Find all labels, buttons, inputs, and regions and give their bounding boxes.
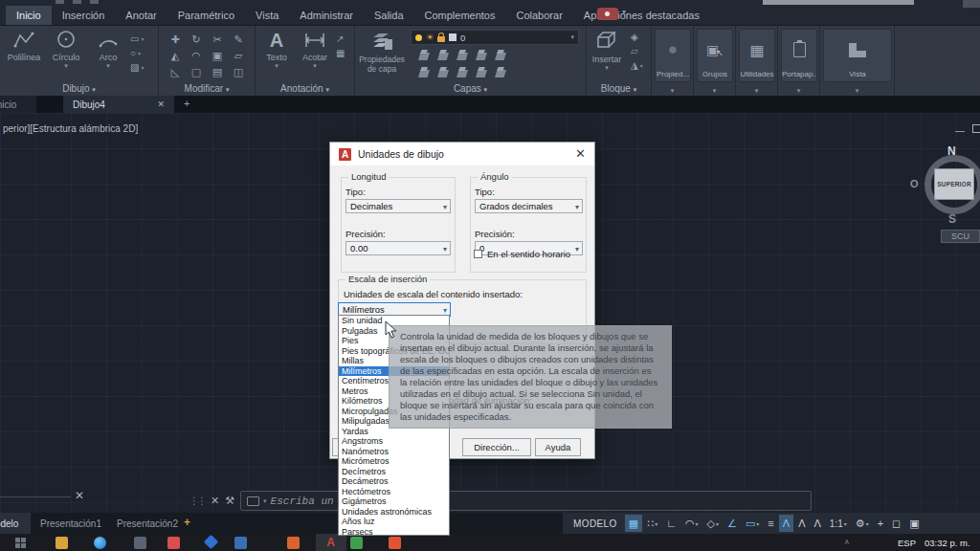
erase-icon[interactable]: ✎ [234,33,242,46]
dialog-titlebar[interactable]: A Unidades de dibujo ✕ [330,143,594,165]
tab-anotar[interactable]: Anotar [115,6,167,25]
layer-prev-icon[interactable] [495,70,506,77]
polar-tracking-button[interactable]: ◠▾ [681,515,702,532]
folder-icon[interactable] [56,537,68,549]
layer-unisolate-icon[interactable] [437,70,449,77]
panel-propiedades[interactable]: ● Propied... ▾ [652,26,694,96]
viewcube-north[interactable]: N [947,144,956,158]
language-indicator[interactable]: ESP [898,538,916,548]
new-layout-icon[interactable]: + [184,516,190,529]
layer-state-icon[interactable] [418,53,430,60]
panel-label-dibujo[interactable]: Dibujo ▾ [0,83,158,94]
list-item[interactable]: Hectómetros [339,487,449,497]
list-item[interactable]: Parsecs [339,527,449,538]
drawing-tab-dibujo4[interactable]: Dibujo4 ✕ [63,96,174,113]
layer-thaw-all-icon[interactable] [457,70,468,77]
list-item[interactable]: Gigámetros [339,496,449,507]
close-command-icon[interactable]: ✕ [211,495,219,507]
tab-administrar[interactable]: Administrar [289,6,364,25]
array-icon[interactable]: ▤ [212,66,222,78]
panel-label-modificar[interactable]: Modificar ▾ [159,83,255,94]
utilidades-tile[interactable]: ▦ Utilidades [739,29,775,82]
grupos-tile[interactable]: ▣↖ Grupos [697,29,733,82]
viewcube-top-face[interactable]: SUPERIOR [934,168,974,200]
clean-screen-button[interactable]: ▣ [905,515,923,532]
chevron-down-icon[interactable]: ▾ [778,87,819,95]
layer-off-icon[interactable] [418,70,430,77]
autoscale-button[interactable]: Λ [794,515,809,532]
chevron-down-icon[interactable]: ▾ [570,33,574,41]
chevron-down-icon[interactable]: ▾ [622,8,626,16]
snap-toggle-button[interactable]: ∷▾ [643,515,661,532]
tab-complementos[interactable]: Complementos [414,6,506,25]
panel-grupos[interactable]: ▣↖ Grupos ▾ [694,26,736,96]
start-icon[interactable] [15,538,26,548]
explode-icon[interactable]: ▢ [191,66,201,78]
chevron-down-icon[interactable]: ▾ [106,62,110,70]
angle-type-select[interactable]: Grados decimales▾ [475,199,583,213]
layer-match-icon[interactable] [495,53,506,60]
lineweight-button[interactable]: ≡ [764,515,777,532]
viewcube-west[interactable]: O [910,178,919,189]
fillet-icon[interactable]: ◠ [191,50,201,62]
osnap-tracking-button[interactable]: ∠ [724,515,741,532]
panel-label-capas[interactable]: Capas ▾ [355,83,586,94]
block-attrib-button[interactable]: ▱ [631,46,643,56]
rotate-icon[interactable]: ↻ [191,33,200,46]
tab-vista[interactable]: Vista [245,6,289,25]
layer-unlock-all-icon[interactable] [476,70,487,77]
stretch-icon[interactable]: ◺ [171,66,179,78]
annotation-scale-button[interactable]: Λ [811,515,825,532]
chevron-down-icon[interactable]: ▾ [736,87,777,95]
chevron-down-icon[interactable]: ▾ [652,87,693,95]
panel-vista[interactable]: Vista ▾ [820,26,895,96]
close-tab-icon[interactable]: ✕ [157,99,165,109]
presentation-app-icon[interactable] [287,537,300,549]
red-app-icon[interactable] [389,537,401,549]
dimension-button[interactable]: Acotar ▾ [296,30,334,70]
tab-colaborar[interactable]: Colaborar [506,6,573,25]
panel-label-anotacion[interactable]: Anotación ▾ [256,83,354,94]
vista-tile[interactable]: Vista [823,29,892,82]
media-record-icon[interactable] [597,8,618,20]
viewport-restore-icon[interactable] [972,124,980,133]
document-app-icon[interactable] [234,537,247,549]
scale-value-button[interactable]: 1:1▾ [826,515,851,532]
tab-salida[interactable]: Salida [364,6,414,25]
drag-handle-icon[interactable]: ⋮⋮ [189,496,205,506]
panel-label-bloque[interactable]: Bloque ▾ [587,83,651,94]
length-precision-select[interactable]: 0.00▾ [345,241,451,255]
arc-button[interactable]: Arco ▾ [86,30,130,70]
panel-portapapeles[interactable]: Portapap... ▾ [778,26,820,96]
propiedades-tile[interactable]: ● Propied... [655,29,691,82]
list-item[interactable]: Años luz [339,517,449,527]
spreadsheet-app-icon[interactable] [350,537,363,549]
model-space-button[interactable]: MODELO [567,515,624,532]
ortho-toggle-button[interactable]: ∟ [662,515,680,532]
layout-tab-presentacion2[interactable]: Presentación2 [109,513,186,534]
clock[interactable]: 03:32 p. m. [924,538,970,548]
leader-tool-button[interactable]: ↗ [336,33,345,44]
viewcube-scu-button[interactable]: SCU [941,230,980,243]
isometric-drafting-button[interactable]: ◇▾ [703,515,723,532]
direction-button[interactable]: Dirección... [462,438,531,456]
circle-button[interactable]: Círculo ▾ [44,30,88,70]
polyline-button[interactable]: Polilínea [2,30,46,62]
gift-app-icon[interactable] [167,537,180,549]
layer-lock-icon[interactable] [476,53,487,60]
block-edit-button[interactable]: ◈ [631,32,643,42]
layer-freeze-icon[interactable] [457,53,468,60]
ellipse-tool-button[interactable]: ○▾ [130,48,144,58]
list-item[interactable]: Angstroms [339,436,449,447]
rectangle-tool-button[interactable]: ▭▾ [130,33,144,44]
viewcube-south[interactable]: S [948,212,956,226]
grid-toggle-button[interactable]: ▦ [625,515,642,532]
insert-block-button[interactable]: Insertar ▾ [587,30,627,72]
chevron-down-icon[interactable]: ▾ [64,62,68,70]
object-snap-button[interactable]: ▭▾ [742,515,763,532]
trim-icon[interactable]: ✂ [212,33,221,46]
clockwise-checkbox[interactable] [474,250,482,258]
tab-aplicaciones-destacadas[interactable]: Aplicaciones destacadas [573,6,710,25]
portapapeles-tile[interactable]: Portapap... [781,29,817,82]
close-dialog-icon[interactable]: ✕ [575,146,586,161]
